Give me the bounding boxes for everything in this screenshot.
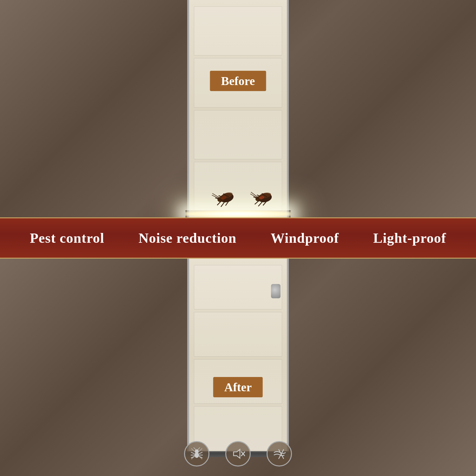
- door-panel-b1: [194, 265, 282, 309]
- after-section: After: [0, 259, 476, 476]
- wind-icon-circle: [267, 441, 292, 466]
- door-panel-3: [194, 110, 282, 159]
- door-panel-1: [194, 6, 282, 56]
- svg-line-33: [198, 447, 200, 450]
- windproof-label: Windproof: [271, 230, 339, 246]
- before-label: Before: [210, 71, 266, 91]
- feature-banner: Pest control Noise reduction Windproof L…: [0, 217, 476, 259]
- svg-marker-36: [234, 449, 240, 458]
- door-bottom: [187, 259, 289, 457]
- cockroach-2: [249, 184, 281, 213]
- door-panel-b2: [194, 312, 282, 356]
- svg-line-26: [191, 452, 195, 454]
- noise-icon-circle: [225, 441, 251, 466]
- svg-line-29: [199, 452, 202, 454]
- light-proof-label: Light-proof: [373, 230, 446, 246]
- after-label: After: [213, 377, 263, 397]
- door-light-gap: [185, 210, 291, 217]
- main-container: Before: [0, 0, 476, 476]
- pest-icon-circle: [184, 441, 209, 466]
- pest-control-label: Pest control: [30, 230, 104, 246]
- svg-line-32: [194, 447, 196, 450]
- before-section: Before: [0, 0, 476, 217]
- noise-reduction-label: Noise reduction: [138, 230, 236, 246]
- door-knob: [271, 284, 281, 298]
- icons-row: [184, 441, 292, 466]
